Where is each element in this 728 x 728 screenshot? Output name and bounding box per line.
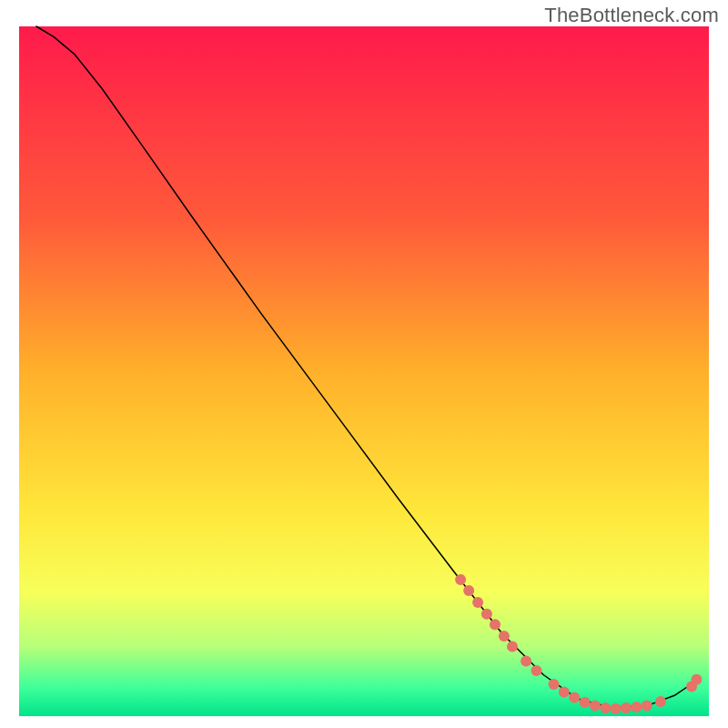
data-marker	[521, 655, 531, 666]
data-marker	[455, 574, 466, 585]
data-marker	[499, 631, 510, 642]
data-marker	[655, 696, 666, 707]
data-marker	[631, 702, 642, 713]
data-marker	[531, 665, 542, 676]
data-marker	[507, 641, 518, 652]
data-marker	[642, 701, 652, 712]
data-marker	[481, 609, 492, 620]
data-marker	[691, 674, 702, 685]
data-marker	[559, 687, 570, 698]
gradient-background	[19, 26, 709, 716]
data-marker	[600, 703, 611, 713]
data-marker	[549, 679, 560, 690]
data-marker	[590, 701, 601, 712]
data-marker	[569, 693, 580, 703]
data-marker	[490, 619, 500, 630]
data-marker	[611, 703, 622, 714]
watermark-text: TheBottleneck.com	[544, 4, 719, 27]
data-marker	[472, 597, 483, 608]
data-marker	[580, 697, 591, 708]
bottleneck-chart	[0, 0, 728, 728]
data-marker	[463, 585, 474, 596]
data-marker	[621, 703, 632, 713]
chart-container: TheBottleneck.com	[0, 0, 728, 728]
